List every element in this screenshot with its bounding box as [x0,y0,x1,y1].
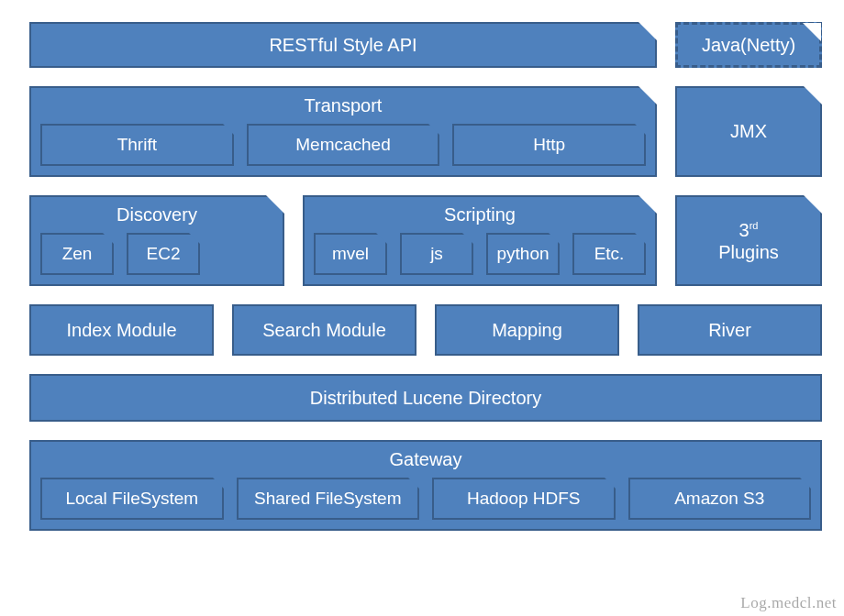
children-discovery: Zen EC2 [40,233,273,275]
box-local-fs: Local FileSystem [40,478,224,520]
container-gateway: Gateway Local FileSystem Shared FileSyst… [29,440,822,531]
children-scripting: mvel js python Etc. [314,233,646,275]
label-java-netty: Java(Netty) [702,35,795,56]
container-transport: Transport Thrift Memcached Http [29,86,657,177]
box-ec2: EC2 [127,233,200,275]
box-shared-fs: Shared FileSystem [237,478,420,520]
row-modules: Index Module Search Module Mapping River [29,304,822,356]
label-third-plugins: 3rd [739,219,759,241]
box-jmx: JMX [675,86,822,177]
box-amazon-s3: Amazon S3 [628,478,812,520]
label-restful-api: RESTful Style API [269,35,416,56]
container-scripting: Scripting mvel js python Etc. [303,195,657,286]
box-restful-api: RESTful Style API [29,22,657,68]
row-dld: Distributed Lucene Directory [29,374,822,422]
box-memcached: Memcached [247,124,440,166]
title-discovery: Discovery [40,204,273,226]
row-discovery-scripting: Discovery Zen EC2 Scripting mvel js pyth… [29,195,822,286]
box-third-plugins: 3rd Plugins [675,195,822,286]
row-gateway: Gateway Local FileSystem Shared FileSyst… [29,440,822,531]
box-index-module: Index Module [29,304,214,356]
box-http: Http [452,124,646,166]
title-scripting: Scripting [314,204,646,226]
box-mvel: mvel [314,233,387,275]
box-zen: Zen [40,233,114,275]
title-transport: Transport [40,95,646,116]
title-gateway: Gateway [40,449,811,470]
row-api: RESTful Style API Java(Netty) [29,22,822,68]
label-jmx: JMX [730,121,767,142]
box-river: River [638,304,822,356]
box-etc: Etc. [572,233,646,275]
box-hadoop-hdfs: Hadoop HDFS [432,478,616,520]
box-search-module: Search Module [232,304,416,356]
row-transport: Transport Thrift Memcached Http JMX [29,86,822,177]
box-mapping: Mapping [435,304,619,356]
box-dld: Distributed Lucene Directory [29,374,822,422]
box-js: js [400,233,473,275]
box-java-netty: Java(Netty) [675,22,822,68]
watermark: Log.medcl.net [740,594,837,612]
container-discovery: Discovery Zen EC2 [29,195,284,286]
box-thrift: Thrift [40,124,234,166]
children-transport: Thrift Memcached Http [40,124,646,166]
children-gateway: Local FileSystem Shared FileSystem Hadoo… [40,478,811,520]
box-python: python [486,233,560,275]
